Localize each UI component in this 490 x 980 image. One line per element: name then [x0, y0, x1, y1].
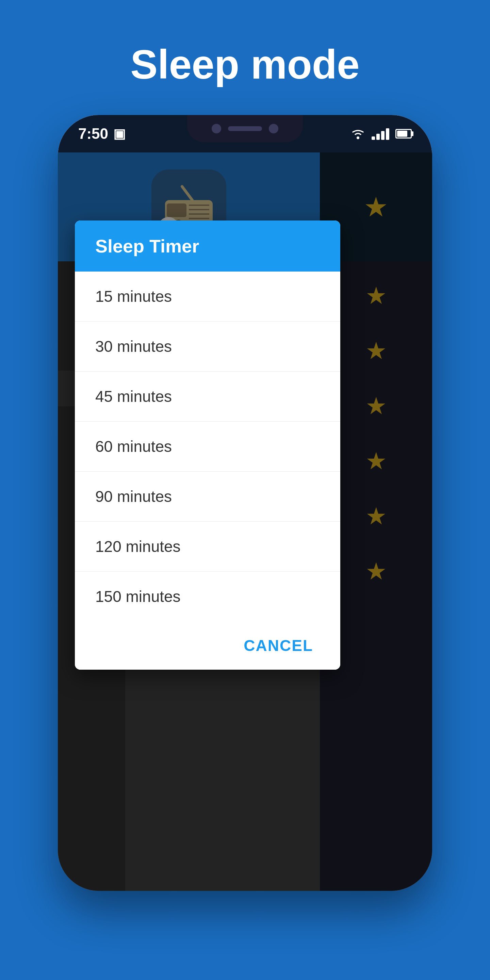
- cancel-button[interactable]: CANCEL: [237, 633, 320, 658]
- option-15-label: 15 minutes: [95, 288, 172, 305]
- phone-shell: 7:50 ▣: [58, 115, 432, 891]
- status-right: [350, 127, 412, 140]
- option-120-minutes[interactable]: 120 minutes: [75, 522, 340, 572]
- option-90-label: 90 minutes: [95, 488, 172, 505]
- dialog-overlay: Sleep Timer 15 minutes 30 minutes 45 min…: [58, 153, 432, 891]
- option-15-minutes[interactable]: 15 minutes: [75, 272, 340, 321]
- signal-icon: [372, 127, 389, 140]
- option-150-minutes[interactable]: 150 minutes: [75, 572, 340, 621]
- option-90-minutes[interactable]: 90 minutes: [75, 472, 340, 522]
- option-45-label: 45 minutes: [95, 388, 172, 405]
- option-30-label: 30 minutes: [95, 337, 172, 355]
- option-60-minutes[interactable]: 60 minutes: [75, 422, 340, 472]
- sleep-timer-dialog: Sleep Timer 15 minutes 30 minutes 45 min…: [75, 221, 340, 670]
- svg-point-0: [356, 137, 360, 139]
- notification-icon: ▣: [113, 126, 126, 141]
- phone-screen: ★ 📻 ☆ ★ ✏ ◁ ⏱: [58, 153, 432, 891]
- status-time: 7:50: [78, 125, 108, 142]
- option-60-label: 60 minutes: [95, 438, 172, 455]
- notch-camera-right: [269, 124, 278, 134]
- signal-bar-4: [386, 128, 389, 140]
- notch-camera-left: [212, 124, 221, 134]
- dialog-options: 15 minutes 30 minutes 45 minutes 60 minu…: [75, 272, 340, 621]
- battery-fill: [397, 130, 407, 137]
- notch: [187, 115, 303, 142]
- dialog-title: Sleep Timer: [95, 236, 199, 256]
- signal-bar-3: [381, 131, 385, 140]
- dialog-footer: CANCEL: [75, 621, 340, 670]
- status-left: 7:50 ▣: [78, 125, 126, 142]
- status-bar: 7:50 ▣: [58, 115, 432, 153]
- wifi-icon: [350, 127, 366, 140]
- battery-icon: [395, 129, 412, 138]
- signal-bar-1: [372, 137, 375, 140]
- option-45-minutes[interactable]: 45 minutes: [75, 372, 340, 422]
- dialog-header: Sleep Timer: [75, 221, 340, 272]
- option-120-label: 120 minutes: [95, 538, 181, 555]
- signal-bar-2: [376, 134, 380, 140]
- notch-pill: [228, 126, 262, 131]
- battery-tip: [411, 131, 414, 136]
- option-150-label: 150 minutes: [95, 588, 181, 605]
- page-title: Sleep mode: [130, 41, 360, 88]
- option-30-minutes[interactable]: 30 minutes: [75, 321, 340, 372]
